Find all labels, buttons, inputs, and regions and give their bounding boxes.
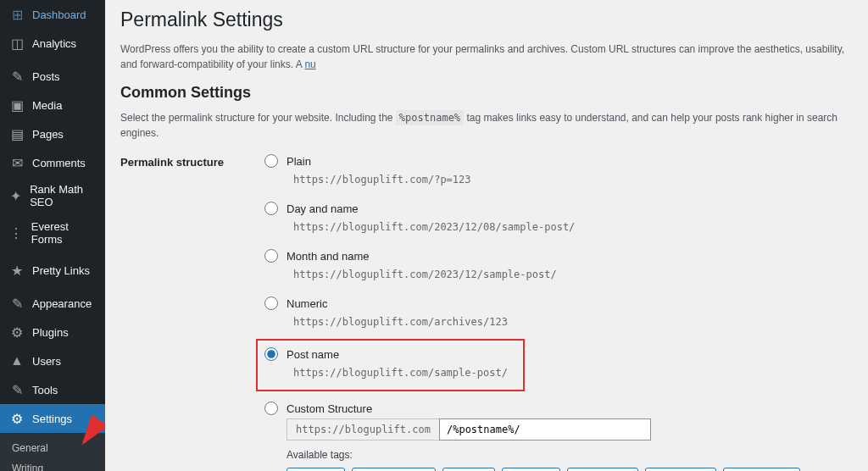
users-icon: ▲ [8,352,25,369]
tag-button-year[interactable]: %year% [287,468,345,471]
tag-button-hour[interactable]: %hour% [502,468,560,471]
everest-forms-icon: ⋮ [8,224,25,241]
sidebar-item-label: Dashboard [32,8,86,21]
submenu-item-general[interactable]: General [0,438,105,458]
permalink-radio[interactable] [264,154,278,168]
sidebar-item-dashboard[interactable]: ⊞Dashboard [0,0,105,29]
tag-button-post_id[interactable]: %post_id% [723,468,800,471]
permalink-option-custom-structure[interactable]: Custom Structure [264,402,851,415]
analytics-icon: ◫ [8,35,25,52]
permalink-radio[interactable] [264,347,278,361]
posts-icon: ✎ [8,68,25,85]
permalink-option-label: Numeric [287,297,327,310]
permalink-example-url: https://bloguplift.com/sample-post/ [287,364,515,381]
submenu-item-writing[interactable]: Writing [0,458,105,471]
pretty-links-icon: ★ [8,262,25,279]
sidebar-item-label: Pretty Links [32,264,90,277]
sidebar-item-label: Comments [32,157,86,169]
sidebar-item-settings[interactable]: ⚙Settings [0,404,105,433]
permalink-radio[interactable] [264,202,278,215]
permalink-structure-label: Permalink structure [120,154,264,471]
permalink-option-label: Plain [287,155,311,168]
admin-sidebar: ⊞Dashboard◫Analytics✎Posts▣Media▤Pages✉C… [0,0,105,471]
sidebar-item-label: Everest Forms [31,220,98,246]
sidebar-item-label: Plugins [32,326,69,339]
permalink-option-label: Post name [287,348,339,361]
permalink-example-url: https://bloguplift.com/2023/12/08/sample… [287,219,581,236]
permalink-example-url: https://bloguplift.com/?p=123 [287,171,478,188]
sidebar-item-comments[interactable]: ✉Comments [0,148,105,177]
permalink-option-label: Custom Structure [287,402,372,415]
sidebar-item-pretty-links[interactable]: ★Pretty Links [0,256,105,285]
sidebar-item-label: Analytics [32,37,76,50]
page-title: Permalink Settings [120,8,851,31]
sidebar-item-tools[interactable]: ✎Tools [0,375,105,404]
permalink-option-post-name[interactable]: Post name [264,347,515,361]
sidebar-item-label: Pages [32,128,64,141]
sidebar-item-label: Appearance [32,297,92,310]
sidebar-item-appearance[interactable]: ✎Appearance [0,289,105,318]
intro-link[interactable]: nu [304,58,315,70]
tag-button-monthnum[interactable]: %monthnum% [352,468,435,471]
page-intro: WordPress offers you the ability to crea… [120,42,851,72]
permalink-option-label: Month and name [287,250,370,263]
permalink-radio[interactable] [264,296,278,310]
common-settings-heading: Common Settings [120,84,851,102]
sidebar-item-posts[interactable]: ✎Posts [0,62,105,91]
settings-icon: ⚙ [8,410,25,427]
sidebar-item-label: Settings [32,413,72,425]
sidebar-item-everest-forms[interactable]: ⋮Everest Forms [0,214,105,252]
main-content: Permalink Settings WordPress offers you … [105,0,868,471]
sidebar-item-label: Users [32,355,61,368]
sidebar-item-label: Posts [32,70,60,83]
sidebar-item-label: Tools [32,384,58,396]
permalink-option-month-and-name[interactable]: Month and name [264,249,851,263]
sidebar-item-label: Rank Math SEO [30,183,98,208]
tag-button-second[interactable]: %second% [645,468,716,471]
permalink-option-day-and-name[interactable]: Day and name [264,202,851,215]
tools-icon: ✎ [8,381,25,398]
sidebar-item-analytics[interactable]: ◫Analytics [0,29,105,58]
media-icon: ▣ [8,97,25,114]
permalink-option-plain[interactable]: Plain [264,154,851,168]
tag-button-minute[interactable]: %minute% [567,468,638,471]
permalink-example-url: https://bloguplift.com/archives/123 [287,313,515,330]
rank-math-seo-icon: ✦ [8,187,23,204]
sidebar-item-plugins[interactable]: ⚙Plugins [0,318,105,346]
dashboard-icon: ⊞ [8,6,25,23]
pages-icon: ▤ [8,125,25,142]
custom-structure-input[interactable] [439,418,651,441]
tag-button-day[interactable]: %day% [442,468,495,471]
sidebar-item-label: Media [32,99,62,112]
permalink-radio[interactable] [264,249,278,263]
available-tags-label: Available tags: [287,449,851,461]
common-settings-desc: Select the permalink structure for your … [120,110,851,141]
postname-tag-inline: %postname% [396,110,464,125]
permalink-radio[interactable] [264,402,278,415]
custom-structure-prefix: https://bloguplift.com [287,418,439,441]
plugins-icon: ⚙ [8,324,25,341]
settings-submenu: GeneralWritingReadingDiscussionMediaPerm… [0,433,105,471]
comments-icon: ✉ [8,154,25,171]
appearance-icon: ✎ [8,295,25,312]
sidebar-item-rank-math-seo[interactable]: ✦Rank Math SEO [0,177,105,214]
sidebar-item-pages[interactable]: ▤Pages [0,119,105,148]
sidebar-item-users[interactable]: ▲Users [0,346,105,375]
permalink-option-numeric[interactable]: Numeric [264,296,851,310]
sidebar-item-media[interactable]: ▣Media [0,91,105,119]
permalink-example-url: https://bloguplift.com/2023/12/sample-po… [287,266,564,283]
permalink-option-label: Day and name [287,202,359,215]
